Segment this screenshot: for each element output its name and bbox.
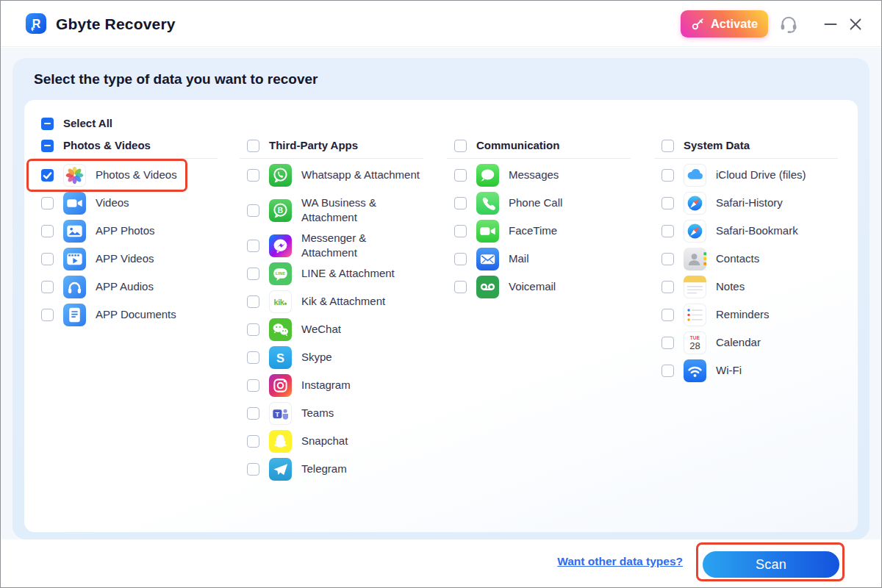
item-row-app-photos[interactable]: APP Photos bbox=[32, 217, 218, 245]
item-label: WeChat bbox=[301, 322, 341, 337]
checkbox-reminders[interactable] bbox=[662, 309, 674, 321]
item-row-app-videos[interactable]: APP Videos bbox=[32, 245, 218, 273]
safari-icon bbox=[684, 192, 706, 215]
checkbox-app-documents[interactable] bbox=[41, 309, 54, 321]
checkbox-videos[interactable] bbox=[41, 197, 54, 209]
item-row-wa-business-attachment[interactable]: BWA Business & Attachment bbox=[238, 189, 423, 232]
item-row-skype[interactable]: SSkype bbox=[238, 343, 423, 371]
svg-text:LINE: LINE bbox=[276, 271, 286, 276]
scan-button[interactable]: Scan bbox=[703, 551, 839, 578]
item-row-voicemail[interactable]: Voicemail bbox=[445, 273, 631, 301]
support-headset-icon[interactable] bbox=[778, 13, 800, 35]
calendar-icon: TUE28 bbox=[684, 331, 706, 354]
checkbox-skype[interactable] bbox=[247, 351, 259, 364]
group-header-system-data[interactable]: System Data bbox=[653, 134, 838, 157]
item-row-videos[interactable]: Videos bbox=[32, 189, 218, 217]
checkbox-teams[interactable] bbox=[247, 407, 259, 420]
item-row-notes[interactable]: Notes bbox=[653, 273, 838, 301]
item-row-calendar[interactable]: TUE28Calendar bbox=[653, 329, 838, 356]
item-row-snapchat[interactable]: Snapchat bbox=[238, 427, 423, 455]
checkbox-line-attachment[interactable] bbox=[247, 268, 259, 280]
item-row-messages[interactable]: Messages bbox=[445, 161, 631, 189]
checkbox-kik-attachment[interactable] bbox=[247, 295, 259, 308]
group-checkbox-communication[interactable] bbox=[454, 140, 467, 152]
checkbox-messages[interactable] bbox=[454, 169, 467, 182]
checkbox-safari-bookmark[interactable] bbox=[662, 225, 674, 237]
checkbox-voicemail[interactable] bbox=[454, 281, 467, 293]
item-row-phone-call[interactable]: Phone Call bbox=[445, 189, 631, 217]
item-row-facetime[interactable]: FaceTime bbox=[445, 217, 631, 245]
item-row-safari-history[interactable]: Safari-History bbox=[653, 189, 838, 217]
item-label: Videos bbox=[96, 196, 129, 210]
column-divider bbox=[240, 158, 423, 159]
item-label: Mail bbox=[509, 251, 529, 266]
activate-label: Activate bbox=[711, 17, 758, 31]
phone-call-icon bbox=[476, 192, 499, 215]
checkbox-facetime[interactable] bbox=[454, 225, 467, 237]
checkbox-wechat[interactable] bbox=[247, 323, 259, 336]
checkbox-wi-fi[interactable] bbox=[662, 365, 674, 377]
content-background: Select the type of data you want to reco… bbox=[1, 48, 881, 539]
group-checkbox-third-party-apps[interactable] bbox=[247, 140, 259, 152]
checkbox-whatsapp-attachment[interactable] bbox=[247, 169, 259, 182]
checkbox-app-photos[interactable] bbox=[41, 225, 54, 237]
checkbox-wa-business-attachment[interactable] bbox=[247, 204, 259, 217]
item-row-line-attachment[interactable]: LINELINE & Attachment bbox=[238, 259, 423, 287]
skype-icon: S bbox=[269, 346, 292, 369]
checkbox-safari-history[interactable] bbox=[662, 197, 674, 209]
group-label: Photos & Videos bbox=[63, 138, 151, 153]
line-icon: LINE bbox=[269, 262, 292, 285]
item-row-app-audios[interactable]: APP Audios bbox=[32, 273, 218, 301]
item-label: Calendar bbox=[716, 335, 761, 350]
checkbox-messenger-attachment[interactable] bbox=[247, 240, 259, 252]
checkbox-instagram[interactable] bbox=[247, 379, 259, 392]
item-row-telegram[interactable]: Telegram bbox=[238, 455, 423, 483]
item-row-photos-videos[interactable]: Photos & Videos bbox=[32, 161, 218, 189]
group-checkbox-system-data[interactable] bbox=[662, 140, 674, 152]
item-row-reminders[interactable]: Reminders bbox=[653, 301, 838, 329]
checkbox-mail[interactable] bbox=[454, 253, 467, 265]
checkbox-app-audios[interactable] bbox=[41, 281, 54, 293]
item-label: Safari-History bbox=[716, 196, 783, 210]
wifi-icon bbox=[684, 359, 706, 382]
panel-heading: Select the type of data you want to reco… bbox=[34, 71, 318, 87]
group-header-photos-videos[interactable]: Photos & Videos bbox=[32, 134, 218, 157]
checkbox-snapchat[interactable] bbox=[247, 435, 259, 448]
checkbox-app-videos[interactable] bbox=[41, 253, 54, 265]
item-label: APP Photos bbox=[96, 223, 155, 238]
activate-button[interactable]: Activate bbox=[681, 10, 768, 37]
item-label: APP Documents bbox=[96, 307, 176, 322]
item-row-instagram[interactable]: Instagram bbox=[238, 371, 423, 399]
telegram-icon bbox=[269, 458, 292, 481]
checkbox-contacts[interactable] bbox=[662, 253, 674, 265]
checkbox-calendar[interactable] bbox=[662, 337, 674, 349]
icloud-icon bbox=[684, 164, 706, 187]
other-data-types-link[interactable]: Want other data types? bbox=[557, 539, 683, 584]
item-row-icloud-drive-files[interactable]: iCloud Drive (files) bbox=[653, 161, 838, 189]
group-header-third-party-apps[interactable]: Third-Party Apps bbox=[238, 134, 423, 157]
item-row-mail[interactable]: Mail bbox=[445, 245, 631, 273]
item-row-kik-attachment[interactable]: kikKik & Attachment bbox=[238, 287, 423, 315]
item-row-wi-fi[interactable]: Wi-Fi bbox=[653, 356, 838, 384]
checkbox-photos-videos[interactable] bbox=[41, 169, 54, 182]
group-checkbox-photos-videos[interactable] bbox=[41, 140, 54, 152]
item-row-app-documents[interactable]: APP Documents bbox=[32, 301, 218, 329]
group-header-communication[interactable]: Communication bbox=[445, 134, 631, 157]
item-label: Phone Call bbox=[509, 196, 562, 210]
checkbox-notes[interactable] bbox=[662, 281, 674, 293]
item-row-whatsapp-attachment[interactable]: Whatsapp & Attachment bbox=[238, 161, 423, 189]
checkbox-telegram[interactable] bbox=[247, 463, 259, 476]
reminders-icon bbox=[684, 304, 706, 326]
checkbox-icloud-drive-files[interactable] bbox=[662, 169, 674, 182]
item-row-teams[interactable]: TTeams bbox=[238, 399, 423, 427]
photos-icon bbox=[63, 164, 86, 187]
item-label: iCloud Drive (files) bbox=[716, 168, 806, 182]
item-row-wechat[interactable]: WeChat bbox=[238, 315, 423, 343]
close-button[interactable] bbox=[846, 16, 865, 32]
minimize-button[interactable] bbox=[821, 16, 840, 32]
item-label: Whatsapp & Attachment bbox=[301, 168, 420, 182]
item-row-safari-bookmark[interactable]: Safari-Bookmark bbox=[653, 217, 838, 245]
item-row-messenger-attachment[interactable]: Messenger & Attachment bbox=[238, 232, 423, 259]
item-row-contacts[interactable]: Contacts bbox=[653, 245, 838, 273]
checkbox-phone-call[interactable] bbox=[454, 197, 467, 209]
